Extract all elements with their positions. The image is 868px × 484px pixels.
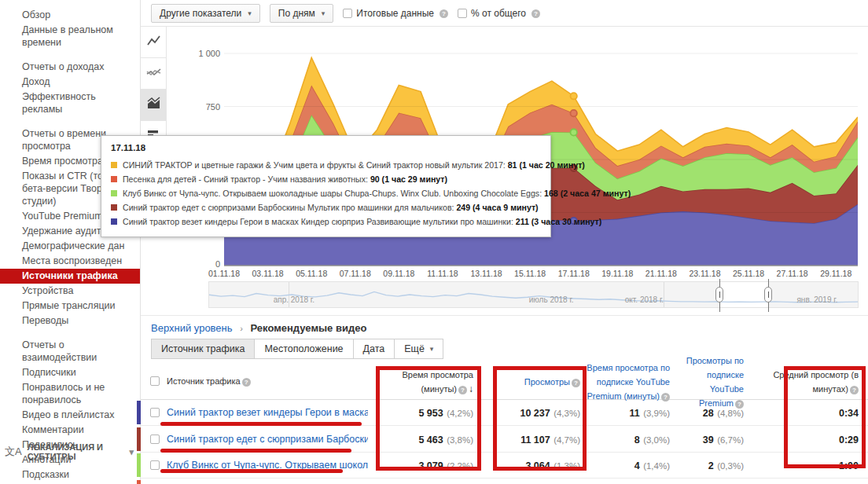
sidebar-item[interactable]: Переводы	[0, 314, 140, 328]
sidebar-item[interactable]: Прямые трансляции	[0, 299, 140, 314]
chart-type-button-line-chart[interactable]	[141, 27, 167, 58]
y-axis-label-750: 750	[189, 102, 220, 112]
sidebar-item[interactable]: Видео в плейлистах	[0, 408, 140, 423]
x-axis-tick: 09.11.18	[383, 269, 414, 278]
select-all-checkbox[interactable]	[150, 376, 160, 386]
sidebar-item[interactable]: Места воспроизведен	[0, 254, 140, 269]
x-axis-tick: 29.11.18	[820, 269, 851, 278]
localization-label: ЛОКАЛИЗАЦИЯ И СУБТИТРЫ	[28, 442, 124, 461]
tooltip-series-item: СИНИЙ ТРАКТОР и цветные гаражи & Учим цв…	[111, 158, 541, 172]
sidebar-item-localization[interactable]: 文A ЛОКАЛИЗАЦИЯ И СУБТИТРЫ ▾	[0, 442, 140, 461]
metric-value: 5 953	[418, 408, 443, 419]
handle-grip	[764, 287, 772, 302]
tooltip-series-text: Клуб Винкс от Чупа-чупс. Открываем шокол…	[123, 186, 631, 200]
tooltip-series-item: Синий трактор везет киндеры Герои в маск…	[111, 214, 541, 229]
granularity-dropdown-label: По дням	[278, 8, 315, 19]
granularity-dropdown[interactable]: По дням ▾	[270, 4, 334, 23]
metric-percent: (4,3%)	[554, 409, 580, 418]
table-row: Клуб Винкс от Чупа-чупс. Открываем шокол…	[141, 453, 868, 478]
percent-of-total-checkbox[interactable]: % от общего ?	[458, 8, 540, 19]
watch-time-cell: 5 463 (3,8%)	[368, 432, 478, 446]
tab-label: Источник трафика	[161, 343, 245, 354]
sidebar-item[interactable]: Подписчики	[0, 365, 140, 380]
sidebar-item[interactable]: Доход	[0, 75, 140, 90]
sidebar-item[interactable]: Обзор	[0, 8, 140, 23]
video-link[interactable]: Синий трактор везет киндеры Герои в маск…	[167, 407, 368, 418]
legend-color-square	[111, 162, 117, 168]
tab-label: Местоположение	[264, 343, 343, 354]
report-tabs: Источник трафикаМестоположениеДатаЕщё▾	[151, 339, 443, 359]
tooltip-series-text: Песенка для детей - Синий трактор - Учим…	[123, 172, 447, 186]
sidebar-item[interactable]: Демографические дан	[0, 239, 140, 254]
totals-checkbox[interactable]: Итоговые данные ?	[343, 8, 448, 19]
tab-ещё[interactable]: Ещё▾	[394, 339, 443, 359]
breadcrumb-top-level-link[interactable]: Верхний уровень	[151, 322, 233, 334]
x-axis-tick: 13.11.18	[470, 269, 502, 278]
table-row: Синий трактор едет с сюрпризами Барбоски…	[141, 427, 868, 453]
x-axis-tick: 27.11.18	[777, 269, 808, 278]
scrubber-month-label: июль 2018 г.	[529, 295, 574, 304]
chart-card-border	[141, 26, 868, 27]
sidebar-item[interactable]: Эффективность рекламы	[0, 90, 140, 117]
y-axis-label-1000: 1 000	[189, 49, 220, 58]
metric-percent: (3,8%)	[447, 435, 473, 445]
tooltip-series-text: Синий трактор везет киндеры Герои в маск…	[123, 214, 601, 229]
metric-value: 5 463	[418, 434, 443, 446]
video-link[interactable]: Синий трактор едет с сюрпризами Барбоски…	[167, 434, 368, 445]
stacked-area-chart-icon	[146, 97, 161, 114]
premium-views-cell: 28 (4,8%)	[675, 405, 748, 420]
chart-type-button-stacked-area-chart[interactable]	[141, 90, 167, 121]
sidebar-item[interactable]: Отчеты о взаимодействии	[0, 338, 140, 365]
sidebar-group: ОбзорДанные в реальном времени	[0, 8, 140, 50]
help-icon: ?	[440, 9, 448, 18]
chart-tooltip: 17.11.18 СИНИЙ ТРАКТОР и цветные гаражи …	[101, 135, 551, 237]
row-checkbox[interactable]	[150, 434, 160, 444]
tooltip-series-text: Синий трактор едет с сюрпризами Барбоски…	[123, 200, 539, 214]
handle-grip	[715, 287, 723, 302]
metrics-dropdown[interactable]: Другие показатели ▾	[151, 4, 260, 23]
row-name-cell: Клуб Винкс от Чупа-чупс. Открываем шокол…	[141, 460, 368, 471]
tab-источник-трафика[interactable]: Источник трафика	[151, 339, 255, 359]
legend-color-square	[111, 176, 117, 182]
metric-value: 28	[703, 408, 714, 419]
chart-type-button-multi-line-chart[interactable]	[141, 58, 167, 90]
help-icon: ?	[531, 9, 540, 18]
metric-value: 2	[708, 460, 714, 471]
legend-color-square	[111, 190, 117, 196]
sidebar-item[interactable]: Подсказки	[0, 468, 140, 482]
sidebar-item[interactable]: Отчеты о доходах	[0, 60, 140, 75]
views-cell: 3 064 (1,3%)	[478, 458, 585, 472]
sidebar-item[interactable]: Данные в реальном времени	[0, 23, 140, 50]
legend-color-square	[111, 218, 117, 225]
sidebar-item-traffic-sources-selected[interactable]: Источники трафика	[0, 269, 140, 284]
tooltip-date: 17.11.18	[111, 143, 541, 152]
scrubber-month-label: окт. 2018 г.	[625, 295, 664, 304]
column-header-label[interactable]: Просмотры?	[524, 377, 580, 387]
column-header-label: Средний просмотр (в минутах)?	[773, 370, 859, 394]
help-icon: ?	[850, 386, 859, 394]
tab-дата[interactable]: Дата	[353, 339, 395, 359]
help-icon: ?	[242, 378, 251, 387]
column-header-label: Время просмотра (минуты)?↓	[402, 370, 473, 394]
sort-descending-icon: ↓	[469, 383, 473, 394]
row-checkbox[interactable]	[150, 408, 160, 417]
metric-percent: (6,7%)	[717, 435, 744, 445]
tooltip-series-text: СИНИЙ ТРАКТОР и цветные гаражи & Учим цв…	[123, 158, 585, 172]
video-link[interactable]: Клуб Винкс от Чупа-чупс. Открываем шокол…	[167, 460, 368, 471]
metric-percent: (0,3%)	[717, 461, 744, 471]
sidebar-item[interactable]: Комментарии	[0, 423, 140, 438]
sidebar-item[interactable]: Понравилось и не понравилось	[0, 380, 140, 408]
line-chart-icon	[146, 34, 161, 51]
tab-местоположение[interactable]: Местоположение	[254, 339, 353, 359]
tab-label: Дата	[363, 343, 385, 354]
avg-view-cell: 1:00	[748, 458, 865, 472]
premium-time-cell: 4 (1,4%)	[585, 458, 675, 472]
sidebar-item[interactable]: Устройства	[0, 284, 140, 299]
y-axis-label-0: 0	[189, 259, 220, 269]
totals-checkbox-label: Итоговые данные	[356, 8, 434, 19]
column-header-label[interactable]: Время просмотра по подписке YouTube Prem…	[587, 363, 670, 401]
row-checkbox[interactable]	[150, 460, 160, 470]
metric-value: 8	[634, 434, 640, 446]
timeline-scrubber[interactable]: апр. 2018 г.июль 2018 г.окт. 2018 г.янв.…	[208, 281, 859, 308]
column-header-3: Время просмотра по подписке YouTube Prem…	[585, 360, 675, 402]
